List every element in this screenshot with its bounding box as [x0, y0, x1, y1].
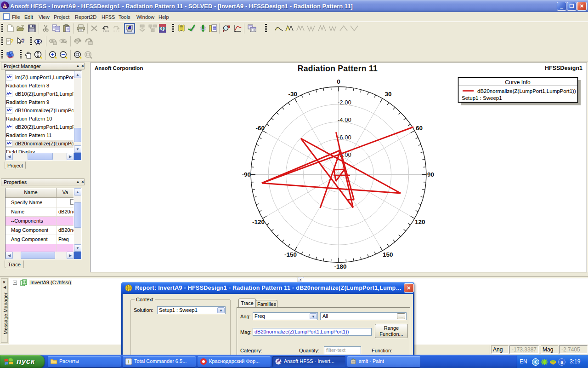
svg-text:Ansoft Corporation: Ansoft Corporation: [95, 65, 143, 71]
svg-text:?: ?: [10, 38, 14, 45]
svg-text:Setup1 : Sweep1: Setup1 : Sweep1: [462, 95, 502, 101]
svg-text:-180: -180: [334, 263, 346, 270]
svg-text:0: 0: [337, 78, 340, 85]
svg-text:120: 120: [415, 218, 425, 225]
svg-text:90: 90: [427, 171, 434, 178]
svg-text:Q: Q: [160, 25, 164, 32]
svg-text:a: a: [560, 360, 563, 365]
svg-text:-6.00: -6.00: [338, 134, 351, 141]
svg-text:-2.00: -2.00: [338, 99, 351, 106]
svg-text:-150: -150: [284, 251, 297, 258]
svg-text:Radiation Pattern 11: Radiation Pattern 11: [298, 64, 378, 73]
svg-text:-4.00: -4.00: [338, 116, 351, 123]
svg-text:-90: -90: [242, 171, 251, 178]
svg-text:-60: -60: [255, 125, 265, 132]
svg-text:30: 30: [384, 91, 391, 98]
svg-text:-30: -30: [288, 91, 297, 98]
svg-text:Curve Info: Curve Info: [505, 79, 531, 86]
svg-text:?: ?: [21, 37, 24, 45]
svg-text:T: T: [127, 359, 130, 364]
svg-text:60: 60: [416, 125, 423, 132]
svg-text:dB20normalize(Z(LumpPort1,Lump: dB20normalize(Z(LumpPort1,LumpPort1)): [477, 88, 576, 94]
svg-text:-120: -120: [252, 218, 265, 225]
svg-text:HFSSDesign1: HFSSDesign1: [545, 65, 582, 71]
svg-text:150: 150: [383, 251, 393, 258]
